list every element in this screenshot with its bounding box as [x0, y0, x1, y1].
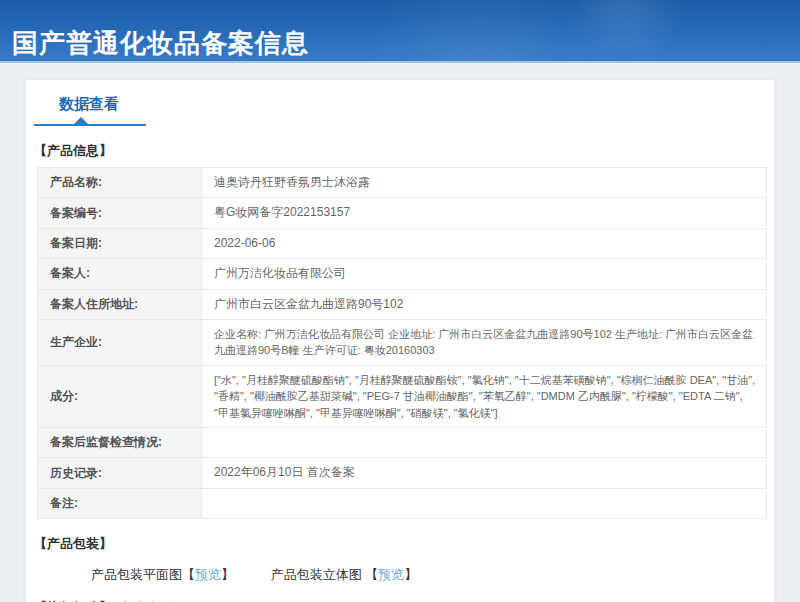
tab-data-view[interactable]: 数据查看	[59, 95, 119, 114]
tab-bar: 数据查看	[26, 95, 774, 114]
table-row: 生产企业: 企业名称: 广州万洁化妆品有限公司 企业地址: 广州市白云区金盆九曲…	[38, 319, 767, 365]
main-card: 数据查看 【产品信息】 产品名称: 迪奥诗丹狂野香氛男士沐浴露 备案编号: 粤G…	[25, 79, 775, 602]
packaging-row: 产品包装平面图【预览】 产品包装立体图 【预览】	[91, 566, 774, 584]
row-value: 广州市白云区金盆九曲逕路90号102	[202, 289, 767, 319]
packaging-stereo-label: 产品包装立体图	[271, 567, 366, 582]
table-row: 备注:	[38, 488, 767, 518]
content-area: 数据查看 【产品信息】 产品名称: 迪奥诗丹狂野香氛男士沐浴露 备案编号: 粤G…	[0, 63, 800, 602]
row-label: 生产企业:	[38, 319, 202, 365]
tab-active-triangle-icon	[74, 117, 88, 124]
row-label: 备案编号:	[38, 198, 202, 228]
packaging-flat-preview-link[interactable]: 预览	[195, 567, 221, 582]
row-value: 2022年06月10日 首次备案	[202, 458, 767, 488]
row-label: 历史记录:	[38, 458, 202, 488]
row-label: 备案后监督检查情况:	[38, 428, 202, 458]
row-label: 备案人:	[38, 259, 202, 289]
table-row: 备案日期: 2022-06-06	[38, 228, 767, 258]
packaging-flat-item: 产品包装平面图【预览】	[91, 566, 234, 584]
bracket-open: 【	[365, 567, 378, 582]
packaging-stereo-preview-link[interactable]: 预览	[378, 567, 404, 582]
table-row: 备案人住所地址: 广州市白云区金盆九曲逕路90号102	[38, 289, 767, 319]
row-label: 产品名称:	[38, 168, 202, 198]
page: { "header": { "title": "国产普通化妆品备案信息" }, …	[0, 0, 800, 602]
bracket-close: 】	[404, 567, 417, 582]
row-value: 粤G妆网备字2022153157	[202, 198, 767, 228]
row-value: 2022-06-06	[202, 228, 767, 258]
product-info-heading: 【产品信息】	[34, 142, 774, 160]
tab-underline	[34, 124, 146, 126]
bracket-close: 】	[221, 567, 234, 582]
row-value: ["水", "月桂醇聚醚硫酸酯钠", "月桂醇聚醚硫酸酯铵", "氯化钠", "…	[202, 365, 767, 428]
row-value	[202, 488, 767, 518]
bracket-open: 【	[182, 567, 195, 582]
row-value	[202, 428, 767, 458]
table-row: 备案后监督检查情况:	[38, 428, 767, 458]
table-row: 成分: ["水", "月桂醇聚醚硫酸酯钠", "月桂醇聚醚硫酸酯铵", "氯化钠…	[38, 365, 767, 428]
table-row: 产品名称: 迪奥诗丹狂野香氛男士沐浴露	[38, 168, 767, 198]
row-label: 备案人住所地址:	[38, 289, 202, 319]
packaging-stereo-item: 产品包装立体图 【预览】	[271, 566, 418, 584]
row-value: 广州万洁化妆品有限公司	[202, 259, 767, 289]
product-info-table: 产品名称: 迪奥诗丹狂野香氛男士沐浴露 备案编号: 粤G妆网备字20221531…	[37, 167, 767, 519]
packaging-heading: 【产品包装】	[34, 535, 774, 553]
page-title: 国产普通化妆品备案信息	[12, 26, 800, 61]
page-header: 国产普通化妆品备案信息	[0, 0, 800, 63]
row-label: 备注:	[38, 488, 202, 518]
table-row: 备案人: 广州万洁化妆品有限公司	[38, 259, 767, 289]
packaging-flat-label: 产品包装平面图	[91, 567, 182, 582]
row-label: 备案日期:	[38, 228, 202, 258]
table-row: 备案编号: 粤G妆网备字2022153157	[38, 198, 767, 228]
row-value: 迪奥诗丹狂野香氛男士沐浴露	[202, 168, 767, 198]
row-label: 成分:	[38, 365, 202, 428]
row-value: 企业名称: 广州万洁化妆品有限公司 企业地址: 广州市白云区金盆九曲逕路90号1…	[202, 319, 767, 365]
table-row: 历史记录: 2022年06月10日 首次备案	[38, 458, 767, 488]
